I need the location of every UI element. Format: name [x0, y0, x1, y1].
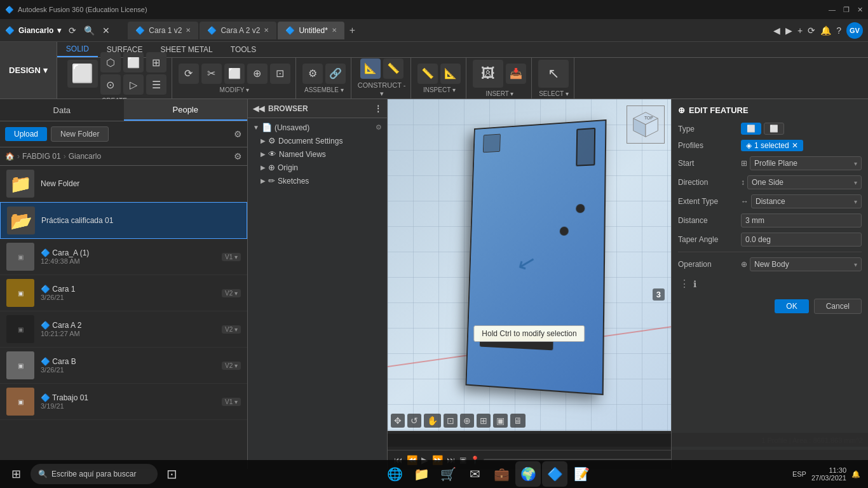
- user-brand[interactable]: 🔷 Giancarlo ▾: [5, 26, 61, 35]
- select-label[interactable]: SELECT ▾: [539, 90, 569, 97]
- viewport-pan[interactable]: ✥: [391, 414, 405, 428]
- construct-tool-2[interactable]: 📏: [383, 58, 403, 79]
- upload-button[interactable]: Upload: [5, 127, 47, 141]
- inspect-tool-2[interactable]: 📐: [440, 64, 461, 84]
- list-item[interactable]: ▣ 🔷 Cara A 2 10:21:27 AM V2 ▾: [0, 311, 247, 348]
- list-item[interactable]: ▣ 🔷 Cara_A (1) 12:49:38 AM V1 ▾: [0, 239, 247, 275]
- modify-tool-2[interactable]: ✂: [201, 64, 222, 84]
- taskbar-notification[interactable]: 🔔: [851, 470, 860, 478]
- breadcrumb-settings[interactable]: ⚙: [234, 151, 242, 161]
- close-button[interactable]: ✕: [857, 6, 863, 14]
- start-dropdown[interactable]: Profile Plane ▾: [750, 156, 862, 170]
- tree-item-docsettings[interactable]: ▶ ⚙ Document Settings: [250, 134, 384, 147]
- tree-arrow-origin[interactable]: ▶: [261, 164, 266, 171]
- panel-tab-data[interactable]: Data: [0, 99, 124, 121]
- viewport-grid[interactable]: ⊞: [477, 414, 491, 428]
- tab-cara1v2[interactable]: 🔷 Cara 1 v2 ✕: [128, 22, 198, 39]
- create-main-button[interactable]: ⬜: [67, 60, 98, 88]
- breadcrumb-giancarlo[interactable]: Giancarlo: [69, 152, 101, 161]
- maximize-button[interactable]: ❐: [843, 6, 850, 14]
- list-item[interactable]: ▣ 🔷 Trabajo 01 3/19/21 V1 ▾: [0, 384, 247, 420]
- nav-arrow-right[interactable]: ▶: [785, 25, 792, 36]
- assemble-tool-2[interactable]: 🔗: [325, 64, 346, 84]
- breadcrumb-home[interactable]: 🏠: [5, 152, 15, 161]
- more-button[interactable]: ⋮: [678, 276, 691, 291]
- panel-tab-people[interactable]: People: [124, 99, 248, 121]
- tree-arrow[interactable]: ▼: [253, 124, 259, 131]
- canvas-area[interactable]: ↙ 3 TOP Hold Ctrl to modify select: [388, 99, 671, 444]
- distance-input[interactable]: [741, 214, 862, 227]
- insert-tool-2[interactable]: 📥: [506, 64, 526, 84]
- tab-add-button[interactable]: +: [346, 25, 359, 36]
- list-item[interactable]: 📁 New Folder: [0, 166, 247, 202]
- modify-tool-5[interactable]: ⊡: [270, 64, 290, 84]
- tree-item-sketches[interactable]: ▶ ✏ Sketches: [250, 174, 384, 187]
- new-tab-button[interactable]: +: [797, 25, 803, 36]
- select-tool-1[interactable]: ↖: [538, 60, 569, 88]
- create-tool-1[interactable]: ⬡: [100, 52, 121, 72]
- taskbar-app-mail[interactable]: ✉: [462, 461, 487, 487]
- view-cube[interactable]: TOP: [627, 105, 665, 144]
- info-button[interactable]: ?: [836, 25, 841, 36]
- list-item[interactable]: ▣ 🔷 Cara 1 3/26/21 V2 ▾: [0, 275, 247, 311]
- close-nav-button[interactable]: ✕: [100, 24, 112, 37]
- browser-collapse[interactable]: ◀◀: [253, 104, 264, 113]
- notification-button[interactable]: 🔔: [820, 25, 831, 36]
- taskbar-app-word[interactable]: 📝: [569, 461, 594, 487]
- type-btn-extrude1[interactable]: ⬜: [741, 123, 761, 135]
- viewport[interactable]: ◀◀ BROWSER ⋮ ▼ 📄 (Unsaved) ⚙ ▶ ⚙ Documen…: [248, 99, 868, 469]
- new-folder-button[interactable]: New Folder: [51, 126, 109, 142]
- modify-tool-4[interactable]: ⊕: [247, 64, 268, 84]
- tree-settings-icon[interactable]: ⚙: [376, 123, 382, 132]
- create-tool-2[interactable]: ⊙: [100, 74, 121, 95]
- toolbar-tab-tools[interactable]: TOOLS: [222, 42, 265, 57]
- direction-dropdown[interactable]: One Side ▾: [747, 175, 862, 189]
- design-button[interactable]: DESIGN ▾: [0, 42, 57, 98]
- tree-item-origin[interactable]: ▶ ⊕ Origin: [250, 161, 384, 174]
- taskbar-app-edge[interactable]: 🌐: [382, 461, 407, 487]
- assemble-tool-1[interactable]: ⚙: [302, 64, 323, 84]
- create-tool-3[interactable]: ⬜: [123, 52, 144, 72]
- extent-dropdown[interactable]: Distance ▾: [751, 194, 862, 208]
- refresh-button[interactable]: ⟳: [66, 24, 79, 37]
- modify-tool-1[interactable]: ⟳: [179, 64, 199, 84]
- taper-input[interactable]: [741, 233, 862, 247]
- viewport-zoom-fit[interactable]: ⊡: [444, 414, 458, 428]
- browser-menu[interactable]: ⋮: [374, 104, 382, 113]
- cancel-button[interactable]: Cancel: [814, 299, 862, 314]
- viewport-zoom-in[interactable]: ⊕: [460, 414, 474, 428]
- create-tool-5[interactable]: ⊞: [146, 52, 166, 72]
- info-button-edit[interactable]: ℹ: [693, 279, 696, 289]
- nav-arrow-left[interactable]: ◀: [773, 25, 780, 36]
- tree-arrow-named[interactable]: ▶: [261, 151, 266, 158]
- tree-arrow-doc[interactable]: ▶: [261, 137, 266, 144]
- tab-caraa2v2[interactable]: 🔷 Cara A 2 v2 ✕: [200, 22, 276, 39]
- tree-item-unsaved[interactable]: ▼ 📄 (Unsaved) ⚙: [250, 121, 384, 134]
- tree-arrow-sketches[interactable]: ▶: [261, 177, 266, 184]
- help-button[interactable]: ⟳: [808, 25, 815, 36]
- list-item[interactable]: ▣ 🔷 Cara B 3/26/21 V2 ▾: [0, 348, 247, 384]
- viewport-hand[interactable]: ✋: [424, 414, 441, 428]
- ok-button[interactable]: OK: [775, 299, 808, 313]
- search-button[interactable]: 🔍: [81, 24, 97, 37]
- insert-label[interactable]: INSERT ▾: [485, 90, 513, 97]
- user-avatar[interactable]: GV: [846, 22, 863, 39]
- tab-close-untitled[interactable]: ✕: [332, 27, 337, 34]
- taskbar-app-store[interactable]: 🛒: [435, 461, 461, 487]
- create-tool-4[interactable]: ▷: [123, 74, 144, 95]
- breadcrumb-fabdig[interactable]: FABDIG 01: [22, 152, 61, 161]
- modify-tool-3[interactable]: ⬜: [224, 64, 245, 84]
- tab-close-caraa2v2[interactable]: ✕: [264, 27, 269, 34]
- operation-dropdown[interactable]: New Body ▾: [750, 257, 862, 271]
- modify-label[interactable]: MODIFY ▾: [220, 86, 249, 93]
- viewport-rotate[interactable]: ↺: [407, 414, 421, 428]
- list-item[interactable]: 📂 Práctica calificada 01: [0, 202, 247, 239]
- type-btn-extrude2[interactable]: ⬜: [764, 123, 784, 135]
- construct-label[interactable]: CONSTRUCT -▾: [358, 81, 406, 98]
- insert-tool-1[interactable]: 🖼: [473, 60, 503, 88]
- settings-icon[interactable]: ⚙: [234, 129, 242, 139]
- viewport-display[interactable]: ▣: [493, 414, 508, 428]
- inspect-tool-1[interactable]: 📏: [417, 64, 438, 84]
- create-tool-6[interactable]: ☰: [146, 74, 166, 95]
- taskbar-app-chrome[interactable]: 🌍: [515, 461, 541, 487]
